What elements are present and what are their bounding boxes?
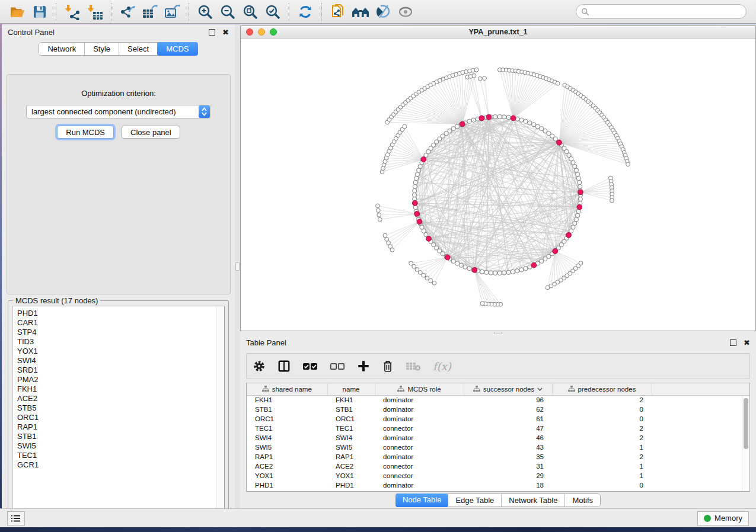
table-row[interactable]: PHD1PHD1dominator180 [247, 480, 749, 490]
add-column-icon[interactable] [357, 360, 370, 373]
table-cell: 46 [464, 433, 552, 443]
table-header-row[interactable]: shared namenameMCDS rolesuccessor nodesp… [247, 383, 749, 395]
table-cell: TEC1 [247, 424, 327, 433]
table-row[interactable]: FKH1FKH1dominator962 [247, 395, 749, 405]
tab-network-table[interactable]: Network Table [502, 494, 565, 507]
tab-select[interactable]: Select [119, 43, 158, 55]
splitter-grip[interactable] [235, 262, 240, 271]
delete-table-icon-disabled [406, 361, 421, 371]
splitter-grip[interactable] [494, 332, 502, 334]
mcds-result-list[interactable]: PHD1CAR1STP4TID3YOX1SWI4SRD1PMA2FKH1ACE2… [12, 306, 225, 517]
zoom-in-button[interactable] [194, 2, 216, 22]
mcds-result-item[interactable]: ORC1 [17, 413, 224, 422]
table-row[interactable]: RAP1RAP1dominator352 [247, 452, 749, 462]
tab-style[interactable]: Style [85, 43, 119, 55]
mcds-result-item[interactable]: RAP1 [17, 422, 224, 432]
mcds-list-scrollbar[interactable] [216, 307, 224, 515]
mcds-result-item[interactable]: SWI5 [17, 441, 224, 451]
open-file-button[interactable] [6, 2, 28, 22]
mcds-result-item[interactable]: ACE2 [17, 394, 224, 403]
table-row[interactable]: STB1STB1dominator620 [247, 405, 749, 414]
task-history-button[interactable] [7, 511, 25, 525]
open-folder-icon [9, 4, 25, 20]
zoom-selected-button[interactable] [261, 2, 284, 22]
table-options-gear-icon[interactable] [253, 360, 266, 373]
table-row[interactable]: SWI5SWI5connector431 [247, 443, 749, 452]
close-panel-icon[interactable]: ✖ [222, 29, 229, 36]
select-all-icon[interactable] [302, 361, 318, 371]
save-session-button[interactable] [28, 2, 51, 22]
column-header-name[interactable]: name [327, 383, 375, 395]
zoom-in-icon [197, 4, 213, 20]
table-row[interactable]: ORC1ORC1dominator610 [247, 414, 749, 424]
table-vertical-scrollbar[interactable] [742, 396, 749, 491]
search-input[interactable] [589, 8, 741, 16]
show-columns-icon[interactable] [277, 360, 291, 373]
column-header-shared-name[interactable]: shared name [247, 383, 327, 395]
tab-network[interactable]: Network [39, 43, 85, 55]
run-mcds-button[interactable]: Run MCDS [57, 126, 114, 139]
eye-icon [397, 4, 414, 20]
table-cell: 31 [464, 462, 552, 471]
column-header-successor-nodes[interactable]: successor nodes [464, 383, 552, 395]
memory-button[interactable]: Memory [697, 511, 749, 525]
mcds-result-item[interactable]: FKH1 [17, 384, 224, 394]
import-network-button[interactable] [61, 2, 84, 22]
hide-panels-button[interactable] [372, 2, 394, 22]
export-network-button[interactable] [116, 2, 139, 22]
clone-network-button[interactable] [327, 2, 349, 22]
table-cell: STB1 [247, 405, 327, 414]
network-view-titlebar[interactable]: YPA_prune.txt_1 [241, 26, 755, 39]
mcds-result-title: MCDS result (17 nodes) [13, 296, 100, 305]
table-cell: connector [375, 462, 464, 471]
table-row[interactable]: TEC1TEC1connector472 [247, 424, 749, 433]
network-search-box[interactable] [576, 4, 747, 19]
mcds-result-item[interactable]: YOX1 [17, 347, 224, 356]
mcds-result-item[interactable]: STB5 [17, 403, 224, 413]
vertical-splitter[interactable] [235, 24, 240, 508]
mcds-result-item[interactable]: STB1 [17, 432, 224, 441]
tab-mcds[interactable]: MCDS [157, 42, 197, 56]
zoom-out-button[interactable] [216, 2, 239, 22]
column-header-predecessor-nodes[interactable]: predecessor nodes [552, 383, 652, 395]
right-column: YPA_prune.txt_1 Table Panel [240, 24, 756, 508]
delete-column-trash-icon[interactable] [382, 360, 394, 373]
export-image-button[interactable] [161, 2, 184, 22]
criterion-dropdown[interactable]: largest connected component (undirected) [26, 105, 211, 118]
mcds-result-item[interactable]: PHD1 [17, 309, 224, 318]
import-table-button[interactable] [84, 2, 106, 22]
network-canvas[interactable] [241, 39, 755, 331]
mcds-result-item[interactable]: SRD1 [17, 366, 224, 375]
table-cell: RAP1 [327, 452, 375, 462]
deselect-all-icon[interactable] [330, 361, 345, 371]
table-cell: dominator [375, 480, 464, 490]
table-cell: 35 [464, 452, 552, 462]
zoom-fit-button[interactable] [239, 2, 261, 22]
mcds-result-item[interactable]: STP4 [17, 328, 224, 337]
float-panel-icon[interactable] [730, 339, 736, 346]
scrollbar-thumb[interactable] [744, 398, 748, 449]
mcds-result-item[interactable]: TEC1 [17, 451, 224, 460]
table-row[interactable]: YOX1YOX1connector291 [247, 471, 749, 480]
show-eye-button[interactable] [394, 2, 417, 22]
mcds-result-item[interactable]: PMA2 [17, 375, 224, 384]
float-panel-icon[interactable] [209, 29, 215, 36]
mcds-result-item[interactable]: CAR1 [17, 318, 224, 328]
tab-motifs[interactable]: Motifs [565, 494, 600, 507]
mcds-result-item[interactable]: TID3 [17, 337, 224, 347]
search-binoculars-button[interactable] [349, 2, 372, 22]
export-table-button[interactable] [139, 2, 161, 22]
mcds-result-item[interactable]: SWI4 [17, 356, 224, 366]
tab-edge-table[interactable]: Edge Table [448, 494, 502, 507]
zoom-out-icon [219, 4, 236, 20]
network-graph[interactable] [241, 39, 753, 331]
refresh-layout-button[interactable] [294, 2, 317, 22]
close-panel-button[interactable]: Close panel [122, 126, 180, 139]
mcds-result-item[interactable]: GCR1 [17, 460, 224, 470]
table-row[interactable]: SWI4SWI4dominator462 [247, 433, 749, 443]
table-row[interactable]: ACE2ACE2connector311 [247, 462, 749, 471]
close-panel-icon[interactable]: ✖ [744, 339, 750, 346]
table-cell: 0 [552, 414, 652, 424]
column-header-MCDS-role[interactable]: MCDS role [375, 383, 464, 395]
tab-node-table[interactable]: Node Table [395, 493, 449, 507]
